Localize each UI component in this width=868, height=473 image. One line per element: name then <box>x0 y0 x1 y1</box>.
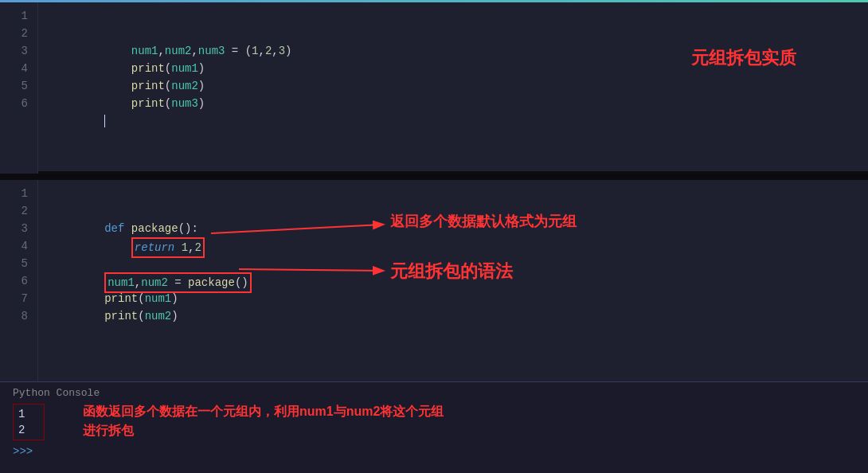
b-line-num-5: 5 <box>0 255 28 272</box>
b-line-num-7: 7 <box>0 290 28 307</box>
bottom-code-content: def package(): return 1,2 num1,num2 = pa… <box>38 180 868 381</box>
console-annotation: 函数返回多个数据在一个元组内，利用num1与num2将这个元组进行拆包 <box>83 402 444 442</box>
console-output-box: 1 2 <box>13 404 45 440</box>
top-editor-panel: 1 2 3 4 5 6 num1,num2,num3 = (1,2,3) pri… <box>0 0 868 174</box>
b-line-num-2: 2 <box>0 202 28 220</box>
line-num-3: 3 <box>0 42 28 60</box>
console-output-line-1: 1 <box>18 406 39 422</box>
line-num-5: 5 <box>0 77 28 95</box>
b-code-line-1 <box>51 185 868 202</box>
console-output-line-2: 2 <box>18 422 39 438</box>
top-code-line-2: num1,num2,num3 = (1,2,3) <box>51 25 868 42</box>
top-code-line-1 <box>51 7 868 25</box>
console-prompt: >>> <box>0 444 868 459</box>
line-num-6: 6 <box>0 95 28 112</box>
panel-divider <box>0 174 868 180</box>
console-header: Python Console <box>0 385 868 401</box>
line-num-2: 2 <box>0 25 28 42</box>
bottom-editor-panel: 1 2 3 4 5 6 7 8 def package(): return 1,… <box>0 180 868 473</box>
top-line-numbers: 1 2 3 4 5 6 <box>0 2 38 174</box>
python-console: Python Console 1 2 函数返回多个数据在一个元组内，利用num1… <box>0 381 868 473</box>
b-line-num-3: 3 <box>0 220 28 237</box>
b-line-num-8: 8 <box>0 307 28 325</box>
bottom-line-numbers: 1 2 3 4 5 6 7 8 <box>0 180 38 381</box>
b-code-line-2: def package(): <box>51 202 868 220</box>
line-num-1: 1 <box>0 7 28 25</box>
b-line-num-1: 1 <box>0 185 28 202</box>
top-code-content: num1,num2,num3 = (1,2,3) print(num1) pri… <box>38 2 868 174</box>
b-line-num-6: 6 <box>0 272 28 290</box>
line-num-4: 4 <box>0 60 28 77</box>
b-line-num-4: 4 <box>0 237 28 255</box>
